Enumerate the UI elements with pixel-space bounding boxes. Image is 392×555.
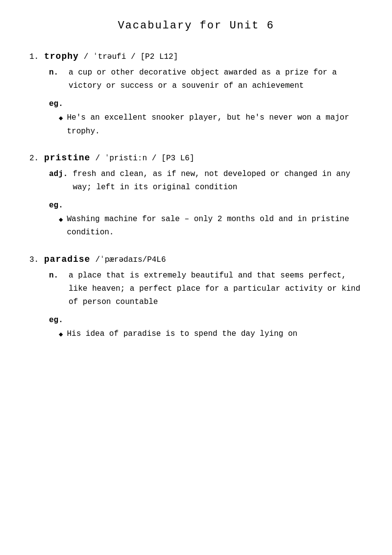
vocab-item: 1.trophy/ ˈtrəufi /[P2 L12]n.a cup or ot…	[29, 51, 363, 138]
definition-block: n.a place that is extremely beautiful an…	[49, 269, 363, 341]
pronunciation: / ˈpristiːn /	[95, 153, 156, 163]
eg-label: eg.	[49, 316, 363, 325]
word: trophy	[44, 51, 79, 61]
word-header: 2.pristine/ ˈpristiːn /[P3 L6]	[29, 153, 363, 163]
item-number: 1.	[29, 52, 39, 61]
diamond-icon: ◆	[59, 214, 63, 226]
word: paradise	[44, 254, 90, 264]
example-item: ◆His idea of paradise is to spend the da…	[59, 328, 363, 341]
example-text: Washing machine for sale – only 2 months…	[67, 213, 363, 239]
definition-text: fresh and clean, as if new, not develope…	[73, 168, 363, 194]
word-header: 1.trophy/ ˈtrəufi /[P2 L12]	[29, 51, 363, 61]
vocab-item: 2.pristine/ ˈpristiːn /[P3 L6]adj.fresh …	[29, 153, 363, 240]
definition-block: adj.fresh and clean, as if new, not deve…	[49, 168, 363, 240]
definition-line: n.a cup or other decorative object award…	[49, 66, 363, 93]
vocab-item: 3.paradise/ˈpærədaɪs/P4L6n.a place that …	[29, 254, 363, 341]
example-item: ◆Washing machine for sale – only 2 month…	[59, 213, 363, 239]
page-title: Vacabulary for Unit 6	[29, 20, 363, 32]
diamond-icon: ◆	[59, 329, 63, 341]
example-item: ◆He's an excellent snooker player, but h…	[59, 111, 363, 138]
word: pristine	[44, 153, 90, 163]
example-text: His idea of paradise is to spend the day…	[67, 328, 363, 341]
pronunciation: /ˈpærədaɪs/P4L6	[95, 254, 166, 264]
definition-text: a cup or other decorative object awarded…	[69, 66, 363, 93]
diamond-icon: ◆	[59, 113, 63, 125]
part-of-speech: n.	[49, 269, 64, 282]
part-of-speech: n.	[49, 66, 64, 79]
definition-line: adj.fresh and clean, as if new, not deve…	[49, 168, 363, 194]
example-text: He's an excellent snooker player, but he…	[67, 111, 363, 138]
pronunciation: / ˈtrəufi /	[84, 51, 136, 61]
part-of-speech: adj.	[49, 168, 68, 181]
item-number: 2.	[29, 154, 39, 163]
word-header: 3.paradise/ˈpærədaɪs/P4L6	[29, 254, 363, 264]
page-ref: [P2 L12]	[141, 52, 178, 61]
eg-label: eg.	[49, 100, 363, 108]
definition-line: n.a place that is extremely beautiful an…	[49, 269, 363, 309]
page-ref: [P3 L6]	[161, 154, 194, 163]
definition-block: n.a cup or other decorative object award…	[49, 66, 363, 138]
vocab-list: 1.trophy/ ˈtrəufi /[P2 L12]n.a cup or ot…	[29, 51, 363, 341]
item-number: 3.	[29, 255, 39, 264]
definition-text: a place that is extremely beautiful and …	[69, 269, 363, 309]
eg-label: eg.	[49, 201, 363, 210]
